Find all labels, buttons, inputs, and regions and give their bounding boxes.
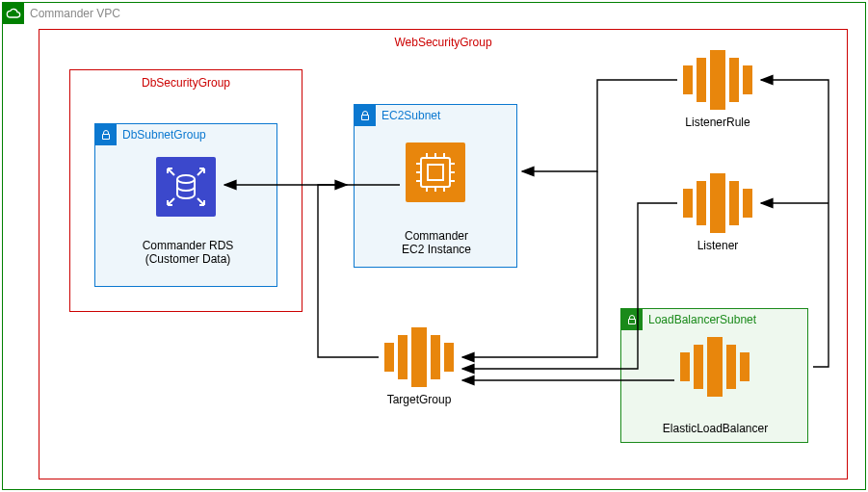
elb-icon (680, 337, 750, 397)
listener-rule-icon (683, 50, 752, 110)
svg-rect-10 (710, 173, 725, 233)
vpc-title: Commander VPC (30, 7, 120, 20)
target-group-icon (384, 327, 454, 387)
listener-icon (683, 173, 752, 233)
ec2-icon (406, 142, 465, 202)
svg-rect-3 (683, 65, 693, 94)
svg-rect-22 (740, 352, 750, 381)
svg-rect-1 (421, 158, 450, 187)
listener-rule-label: ListenerRule (655, 116, 780, 129)
cloud-icon (3, 3, 24, 24)
lb-subnet-title: LoadBalancerSubnet (648, 313, 756, 326)
svg-rect-15 (411, 327, 427, 387)
svg-rect-21 (726, 345, 736, 389)
ec2-subnet-title: EC2Subnet (381, 109, 440, 122)
svg-rect-16 (431, 335, 440, 379)
svg-rect-12 (743, 189, 752, 218)
svg-rect-17 (444, 343, 454, 372)
svg-rect-5 (710, 50, 725, 110)
elb-label: ElasticLoadBalancer (636, 422, 795, 435)
ec2-label: Commander EC2 Instance (364, 229, 509, 256)
svg-rect-4 (697, 58, 706, 102)
lock-icon (621, 309, 643, 330)
target-group-label: TargetGroup (366, 393, 472, 406)
svg-rect-19 (694, 345, 703, 389)
svg-rect-7 (743, 65, 752, 94)
lock-icon (95, 124, 117, 145)
svg-point-0 (177, 175, 195, 183)
svg-rect-20 (707, 337, 723, 397)
diagram-canvas: Commander VPC WebSecurityGroup DbSecurit… (0, 0, 868, 492)
svg-rect-14 (398, 335, 408, 379)
db-subnet-title: DbSubnetGroup (122, 128, 206, 142)
rds-icon (156, 157, 216, 217)
rds-label: Commander RDS (Customer Data) (116, 239, 260, 266)
db-sg-title: DbSecurityGroup (142, 76, 230, 90)
lock-icon (355, 105, 376, 126)
svg-rect-11 (729, 181, 739, 225)
svg-rect-18 (680, 352, 690, 381)
svg-rect-2 (428, 165, 443, 180)
listener-label: Listener (655, 239, 780, 252)
svg-rect-6 (729, 58, 739, 102)
web-sg-title: WebSecurityGroup (394, 36, 491, 49)
svg-rect-8 (683, 189, 693, 218)
svg-rect-9 (697, 181, 706, 225)
svg-rect-13 (384, 343, 394, 372)
